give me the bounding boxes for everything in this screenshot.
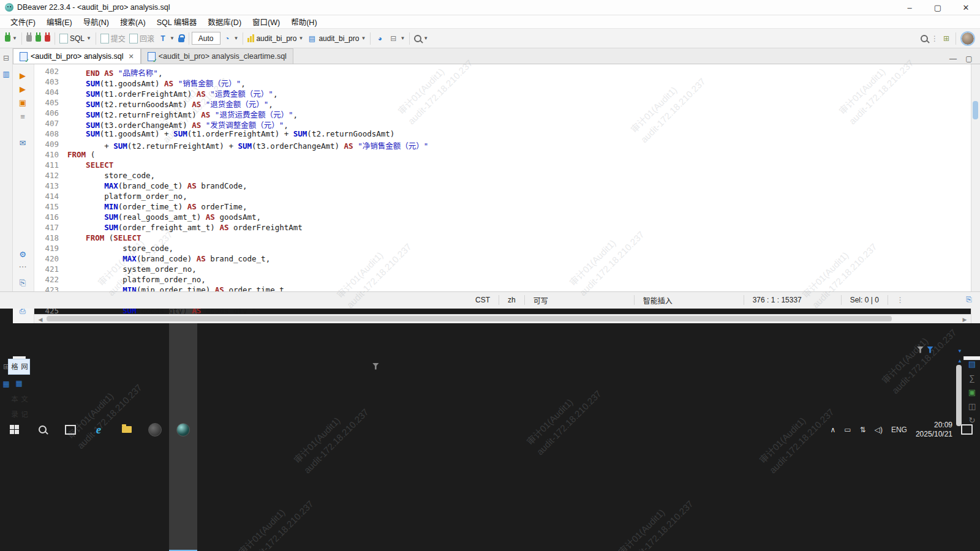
transaction-mode-button[interactable]: T▼ [156, 32, 176, 45]
code-line[interactable]: 402 END AS "品牌名称", [34, 67, 971, 77]
open-perspective-button[interactable]: ⊞ [940, 32, 953, 45]
code-line[interactable]: 409 + SUM(t2.returnFreightAmt) + SUM(t3.… [34, 140, 971, 150]
action-center-icon[interactable] [961, 424, 973, 435]
connect-button[interactable]: ▼ [3, 34, 19, 43]
hscroll-thumb[interactable] [47, 316, 892, 321]
ie-button[interactable]: e [85, 309, 113, 551]
editor-vscrollbar[interactable] [971, 64, 980, 323]
profile-button[interactable] [959, 30, 977, 47]
network-icon[interactable]: ⇅ [860, 425, 866, 434]
menu-item[interactable]: 帮助(H) [285, 16, 322, 28]
more-dots-icon[interactable]: ⋯ [18, 261, 28, 271]
code-line[interactable]: 419 store_code, [34, 244, 971, 254]
code-line[interactable]: 413 MAX(brand_code_t) AS brandCode, [34, 181, 971, 192]
menu-item[interactable]: 文件(F) [5, 16, 41, 28]
close-button[interactable]: ✕ [952, 0, 980, 15]
chevron-down-icon[interactable]: ▼ [423, 36, 428, 41]
code-line[interactable]: 412 store_code, [34, 171, 971, 181]
editor-tab-analysis[interactable]: <audit_bi_pro> analysis.sql ✕ [13, 48, 141, 64]
vscroll-thumb[interactable] [973, 101, 978, 119]
menu-item[interactable]: 编辑(E) [41, 16, 78, 28]
explain-plan-icon[interactable]: ≡ [18, 111, 28, 121]
code-line[interactable]: 403 SUM(t1.goodsAmt) AS "销售金额（元）", [34, 77, 971, 88]
panel-meta-icon[interactable]: ◫ [967, 402, 977, 410]
code-line[interactable]: 404 SUM(t1.orderFreightAmt) AS "运费金额（元）"… [34, 88, 971, 98]
tray-expand-icon[interactable]: ∧ [830, 425, 835, 434]
chevron-down-icon[interactable]: ▼ [361, 36, 366, 41]
minimize-button[interactable]: – [895, 0, 924, 15]
reconnect-button[interactable] [34, 34, 43, 43]
restore-panel-icon[interactable]: ⊟ [1, 53, 11, 63]
record-mode-label[interactable]: 记录 [9, 411, 29, 418]
touch-keyboard-icon[interactable]: ▭ [844, 425, 851, 434]
code-lines[interactable]: 402 END AS "品牌名称",403 SUM(t1.goodsAmt) A… [34, 64, 971, 314]
maximize-editor-icon[interactable]: ▢ [964, 54, 974, 64]
taskbar-clock[interactable]: 20:09 2025/10/21 [916, 421, 952, 439]
chevron-down-icon[interactable]: ▼ [12, 36, 17, 41]
status-caret-position[interactable]: 376 : 1 : 15337 [744, 295, 841, 305]
app-button-1[interactable] [141, 309, 169, 551]
menu-item[interactable]: 导航(N) [78, 16, 115, 28]
code-line[interactable]: 414 platform_order_no, [34, 192, 971, 202]
scroll-left-icon[interactable]: ◀ [36, 315, 45, 324]
commit-mode-combo[interactable]: Auto [192, 32, 221, 45]
code-line[interactable]: 417 SUM(order_freight_amt_t) AS orderFre… [34, 223, 971, 233]
schema-selector[interactable]: ▤audit_bi_pro▼ [305, 32, 368, 45]
execute-statement-icon[interactable]: ▶ [18, 70, 28, 80]
code-line[interactable]: 411 SELECT [34, 160, 971, 171]
mail-export-icon[interactable]: ✉ [18, 138, 28, 148]
presentation-tab-grid[interactable]: 网格 [8, 359, 30, 375]
editor-tab-analysis-cleartime[interactable]: <audit_bi_pro> analysis_cleartime.sql [141, 48, 293, 64]
editor-hscrollbar[interactable]: ◀ ▶ [34, 314, 971, 323]
code-line[interactable]: 407 SUM(t3.orderChangeAmt) AS "发货调整金额（元）… [34, 119, 971, 129]
commit-button[interactable]: 提交 [99, 32, 127, 45]
dashboard-button[interactable]: ◕ [373, 32, 386, 45]
script-icon[interactable]: ▣ [18, 97, 28, 107]
clipboard-icon[interactable]: ⎘ [964, 294, 974, 304]
quick-search-button[interactable] [919, 34, 930, 43]
transaction-lock-button[interactable] [176, 34, 186, 43]
code-line[interactable]: 416 SUM(real_goods_amt_t) AS goodsAmt, [34, 212, 971, 223]
search-button[interactable]: ▼ [412, 34, 430, 43]
database-selector[interactable]: audit_bi_pro▼ [246, 33, 305, 44]
presentation-tab-text[interactable]: 文本 [9, 392, 29, 407]
menu-item[interactable]: 数据库(D) [202, 16, 247, 28]
dbeaver-taskbar-button[interactable] [169, 309, 197, 551]
chevron-down-icon[interactable]: ▼ [170, 36, 175, 41]
disconnect-button[interactable] [24, 34, 34, 43]
rollback-button[interactable]: 回滚 [127, 32, 156, 45]
code-line[interactable]: 422 platform_order_no, [34, 275, 971, 285]
code-line[interactable]: 408 SUM(t1.goodsAmt) + SUM(t1.orderFreig… [34, 129, 971, 140]
settings-gear-icon[interactable]: ⚙ [18, 249, 28, 259]
menu-item[interactable]: SQL 编辑器 [151, 16, 203, 28]
grid-panel-icon[interactable]: ▦ [1, 379, 11, 389]
chevron-down-icon[interactable]: ▼ [298, 36, 303, 41]
code-line[interactable]: 421 system_order_no, [34, 264, 971, 275]
input-language[interactable]: ENG [891, 425, 907, 434]
task-view-button[interactable] [56, 309, 85, 551]
transaction-log-button[interactable]: ◔▼ [221, 32, 241, 45]
code-line[interactable]: 406 SUM(t2.returnFreightAmt) AS "退货运费金额（… [34, 108, 971, 119]
panel-refresh-icon[interactable]: ↻ [967, 416, 977, 424]
code-line[interactable]: 410FROM ( [34, 150, 971, 160]
panel-value-icon[interactable]: ▤ [967, 360, 977, 368]
code-line[interactable]: 415 MIN(order_time_t) AS orderTime, [34, 202, 971, 212]
scroll-down-icon[interactable]: ▼ [955, 347, 965, 356]
compare-button[interactable]: ⊟▼ [386, 32, 407, 45]
minimize-editor-icon[interactable]: — [948, 54, 958, 64]
execute-script-icon[interactable]: ▶ [18, 84, 28, 94]
kill-connection-button[interactable] [43, 34, 52, 43]
sql-editor-button[interactable]: SQL▼ [58, 32, 93, 45]
menu-item[interactable]: 搜索(A) [115, 16, 151, 28]
chevron-down-icon[interactable]: ▼ [234, 36, 239, 41]
database-navigator-icon[interactable]: ▥ [1, 69, 11, 79]
panel-calc-icon[interactable]: ∑ [967, 374, 977, 382]
close-tab-icon[interactable]: ✕ [129, 53, 134, 61]
panel-chart-icon[interactable]: ▣ [967, 388, 977, 396]
code-line[interactable]: 405 SUM(t2.returnGoodsAmt) AS "退货金额（元）", [34, 98, 971, 108]
chevron-down-icon[interactable]: ▼ [400, 36, 405, 41]
chevron-down-icon[interactable]: ▼ [86, 36, 91, 41]
scroll-right-icon[interactable]: ▶ [960, 315, 970, 324]
grid-presentation-icon[interactable]: ▦ [14, 380, 24, 387]
code-line[interactable]: 418 FROM (SELECT [34, 233, 971, 244]
